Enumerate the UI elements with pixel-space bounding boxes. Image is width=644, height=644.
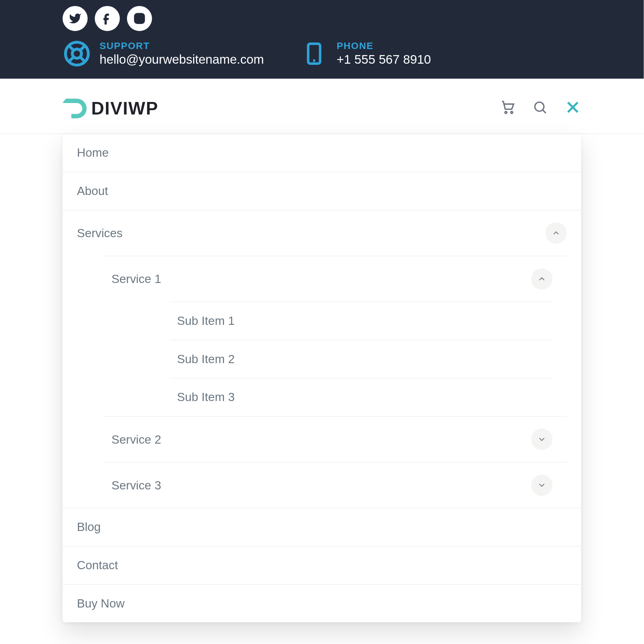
menu-item-home[interactable]: Home — [63, 134, 581, 172]
menu-item-about[interactable]: About — [63, 172, 581, 210]
svg-point-12 — [511, 112, 513, 113]
svg-line-7 — [69, 57, 74, 62]
menu-item-service-3[interactable]: Service 3 — [104, 462, 567, 508]
chevron-down-icon[interactable] — [531, 429, 552, 450]
svg-line-14 — [543, 110, 546, 113]
facebook-icon[interactable] — [95, 6, 120, 31]
support-info: SUPPORT hello@yourwebsitename.com — [63, 39, 264, 68]
phone-label: PHONE — [337, 40, 431, 51]
menu-item-services[interactable]: Services — [63, 210, 581, 255]
menu-item-service-2[interactable]: Service 2 — [104, 416, 567, 462]
phone-number[interactable]: +1 555 567 8910 — [337, 53, 431, 67]
svg-point-1 — [137, 16, 142, 21]
svg-line-8 — [80, 57, 85, 62]
topbar: SUPPORT hello@yourwebsitename.com PHONE … — [0, 0, 644, 79]
chevron-down-icon[interactable] — [531, 474, 552, 496]
social-links-row — [63, 6, 581, 31]
menu-item-contact[interactable]: Contact — [63, 546, 581, 584]
search-icon[interactable] — [532, 99, 548, 117]
close-icon[interactable] — [565, 99, 581, 118]
menu-item-blog[interactable]: Blog — [63, 508, 581, 546]
svg-point-11 — [505, 112, 507, 113]
svg-point-13 — [535, 102, 544, 111]
mobile-menu-panel: Home About Services Service 1 Sub Item 1… — [63, 134, 581, 622]
svg-point-2 — [142, 15, 143, 16]
twitter-icon[interactable] — [63, 6, 88, 31]
logo[interactable]: DIVIWP — [63, 96, 158, 122]
instagram-icon[interactable] — [127, 6, 152, 31]
svg-line-6 — [80, 46, 85, 50]
svg-line-5 — [69, 46, 74, 50]
menu-item-sub-3[interactable]: Sub Item 3 — [170, 378, 553, 416]
header: DIVIWP — [0, 79, 644, 134]
chevron-up-icon[interactable] — [545, 222, 567, 244]
phone-icon — [300, 39, 328, 68]
logo-mark-icon — [63, 96, 89, 122]
menu-item-sub-1[interactable]: Sub Item 1 — [170, 302, 553, 340]
cart-icon[interactable] — [500, 99, 516, 117]
menu-item-sub-2[interactable]: Sub Item 2 — [170, 340, 553, 378]
svg-point-4 — [72, 49, 82, 58]
support-label: SUPPORT — [99, 40, 264, 51]
menu-item-service-1[interactable]: Service 1 — [104, 256, 567, 302]
logo-text: DIVIWP — [91, 98, 158, 119]
support-icon — [63, 39, 91, 68]
phone-info: PHONE +1 555 567 8910 — [300, 39, 431, 68]
menu-item-buy-now[interactable]: Buy Now — [63, 584, 581, 623]
support-email[interactable]: hello@yourwebsitename.com — [99, 53, 264, 67]
chevron-up-icon[interactable] — [531, 268, 552, 290]
